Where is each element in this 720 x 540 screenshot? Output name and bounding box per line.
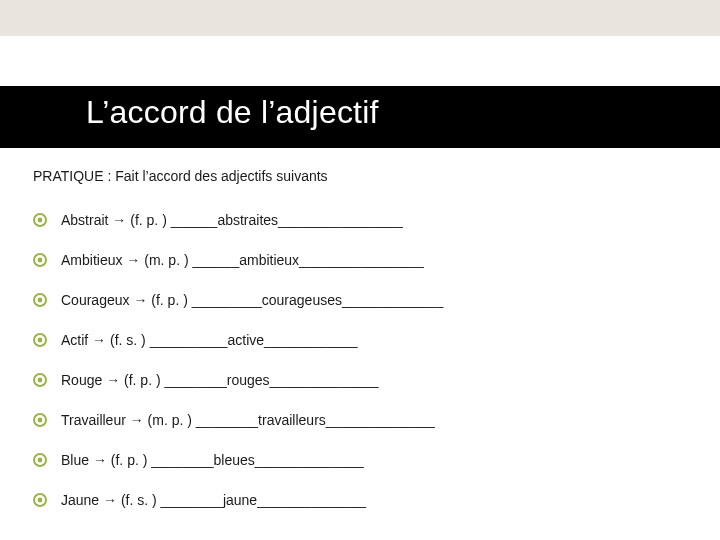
list-item-text: Travailleur → (m. p. ) ________travaille… (61, 412, 435, 428)
list-item-text: Abstrait → (f. p. ) ______abstraites____… (61, 212, 403, 228)
svg-point-3 (38, 258, 43, 263)
svg-point-1 (38, 218, 43, 223)
list-item-text: Jaune → (f. s. ) ________jaune__________… (61, 492, 366, 508)
bullet-icon (33, 493, 47, 507)
svg-point-11 (38, 418, 43, 423)
bullet-icon (33, 413, 47, 427)
list-item: Jaune → (f. s. ) ________jaune__________… (33, 480, 700, 520)
list-item-text: Courageux → (f. p. ) _________courageuse… (61, 292, 443, 308)
bullet-icon (33, 453, 47, 467)
svg-point-15 (38, 498, 43, 503)
list-item: Rouge → (f. p. ) ________rouges_________… (33, 360, 700, 400)
list-item-text: Ambitieux → (m. p. ) ______ambitieux____… (61, 252, 424, 268)
list-item-text: Blue → (f. p. ) ________bleues__________… (61, 452, 364, 468)
bullet-icon (33, 253, 47, 267)
list-item: Abstrait → (f. p. ) ______abstraites____… (33, 200, 700, 240)
bullet-icon (33, 213, 47, 227)
top-accent-strip (0, 0, 720, 36)
svg-point-7 (38, 338, 43, 343)
bullet-icon (33, 373, 47, 387)
list-item: Blue → (f. p. ) ________bleues__________… (33, 440, 700, 480)
list-item: Courageux → (f. p. ) _________courageuse… (33, 280, 700, 320)
slide-subtitle: PRATIQUE : Fait l’accord des adjectifs s… (33, 168, 328, 184)
slide: L’accord de l’adjectif PRATIQUE : Fait l… (0, 0, 720, 540)
bullet-icon (33, 293, 47, 307)
list-item: Travailleur → (m. p. ) ________travaille… (33, 400, 700, 440)
svg-point-9 (38, 378, 43, 383)
list-item: Actif → (f. s. ) __________active_______… (33, 320, 700, 360)
exercise-list: Abstrait → (f. p. ) ______abstraites____… (33, 200, 700, 520)
bullet-icon (33, 333, 47, 347)
list-item: Ambitieux → (m. p. ) ______ambitieux____… (33, 240, 700, 280)
list-item-text: Actif → (f. s. ) __________active_______… (61, 332, 358, 348)
svg-point-5 (38, 298, 43, 303)
slide-title: L’accord de l’adjectif (86, 94, 379, 131)
svg-point-13 (38, 458, 43, 463)
list-item-text: Rouge → (f. p. ) ________rouges_________… (61, 372, 379, 388)
